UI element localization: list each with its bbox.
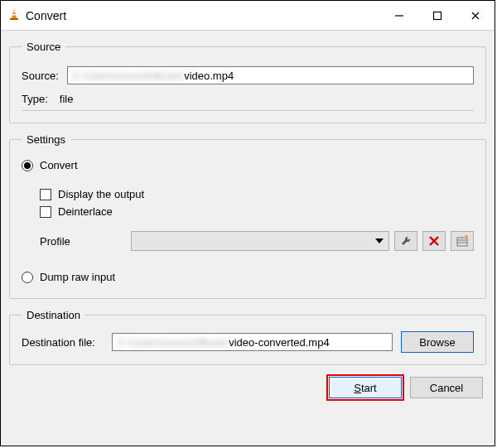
- destination-group: Destination Destination file: C:\Users\x…: [9, 309, 486, 365]
- svg-rect-11: [457, 238, 467, 246]
- cancel-button[interactable]: Cancel: [410, 377, 483, 398]
- minimize-button[interactable]: [380, 1, 418, 31]
- display-output-checkbox[interactable]: Display the output: [40, 188, 474, 200]
- source-group: Source Source: C:\Users\xxxxxx\Music\ vi…: [9, 41, 486, 123]
- client-area: Source Source: C:\Users\xxxxxx\Music\ vi…: [1, 31, 495, 446]
- dump-raw-label: Dump raw input: [40, 271, 115, 283]
- convert-radio-label: Convert: [40, 159, 78, 171]
- new-profile-button[interactable]: [451, 231, 474, 251]
- destination-input[interactable]: C:\Users\xxxxxx\Music\ video-converted.m…: [112, 333, 393, 351]
- dump-raw-radio[interactable]: Dump raw input: [22, 271, 474, 283]
- start-button[interactable]: Start: [329, 377, 402, 398]
- svg-marker-0: [12, 8, 17, 18]
- vlc-cone-icon: [7, 7, 21, 23]
- titlebar: Convert: [1, 1, 495, 31]
- convert-dialog: Convert Source Source: C:\Users\xxxxxx\M…: [0, 0, 495, 446]
- new-profile-icon: [456, 235, 468, 247]
- wrench-icon: [400, 235, 412, 247]
- edit-profile-button[interactable]: [394, 231, 417, 251]
- profile-combobox[interactable]: [131, 231, 389, 251]
- settings-legend: Settings: [22, 133, 70, 146]
- convert-radio[interactable]: Convert: [22, 159, 474, 171]
- svg-rect-5: [434, 12, 442, 19]
- type-value: file: [60, 93, 74, 105]
- source-label: Source:: [22, 70, 59, 82]
- type-label: Type:: [22, 93, 48, 105]
- svg-marker-8: [375, 238, 384, 243]
- destination-path-masked: C:\Users\xxxxxx\Music\: [118, 336, 229, 349]
- cancel-button-label: Cancel: [430, 382, 463, 394]
- svg-rect-1: [12, 11, 16, 12]
- browse-button-label: Browse: [419, 336, 455, 349]
- checkbox-icon: [40, 189, 51, 200]
- source-path-visible: video.mp4: [184, 70, 234, 82]
- window-title: Convert: [21, 9, 380, 22]
- dialog-footer: Start Cancel: [9, 372, 486, 400]
- source-legend: Source: [22, 41, 65, 53]
- chevron-down-icon: [375, 237, 384, 245]
- destination-legend: Destination: [22, 309, 85, 321]
- browse-button[interactable]: Browse: [401, 331, 474, 353]
- profile-label: Profile: [40, 235, 131, 248]
- x-icon: [429, 236, 439, 246]
- settings-group: Settings Convert Display the output Dein…: [9, 133, 486, 299]
- deinterlace-checkbox[interactable]: Deinterlace: [40, 205, 474, 218]
- source-input[interactable]: C:\Users\xxxxxx\Music\ video.mp4: [67, 66, 474, 84]
- destination-label: Destination file:: [22, 336, 95, 349]
- svg-rect-2: [12, 14, 17, 16]
- delete-profile-button[interactable]: [422, 231, 446, 251]
- maximize-button[interactable]: [418, 1, 456, 31]
- deinterlace-label: Deinterlace: [58, 205, 113, 218]
- radio-circle-icon: [22, 272, 33, 283]
- start-button-label: Start: [354, 382, 376, 394]
- svg-rect-3: [10, 18, 18, 20]
- checkbox-icon: [40, 206, 51, 218]
- close-button[interactable]: [456, 1, 495, 31]
- destination-path-visible: video-converted.mp4: [229, 336, 329, 349]
- display-output-label: Display the output: [58, 188, 144, 200]
- source-path-masked: C:\Users\xxxxxx\Music\: [73, 70, 184, 82]
- radio-circle-icon: [22, 160, 33, 171]
